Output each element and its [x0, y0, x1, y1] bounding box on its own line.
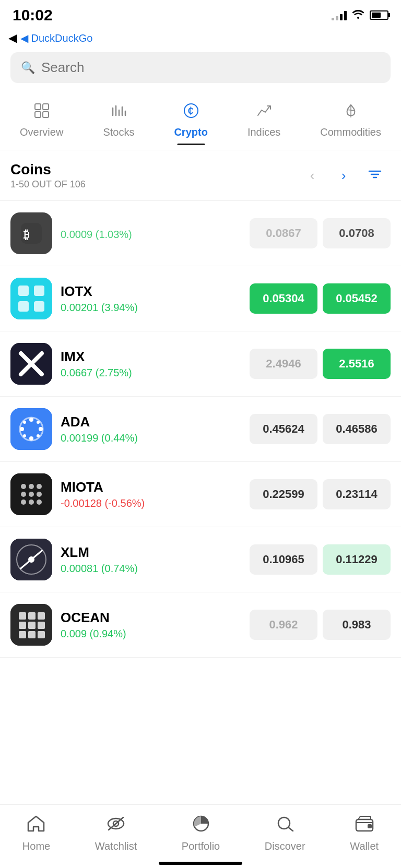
coin-change: 0.0667 (2.75%) — [61, 367, 241, 379]
tab-crypto-label: Crypto — [174, 126, 207, 138]
svg-line-60 — [288, 827, 293, 831]
coin-symbol: MIOTA — [61, 479, 241, 495]
table-row[interactable]: ADA 0.00199 (0.44%) 0.45624 0.46586 — [0, 397, 401, 462]
wifi-icon — [352, 9, 364, 21]
price-boxes: 0.22599 0.23114 — [250, 479, 391, 509]
nav-wallet-label: Wallet — [350, 840, 379, 852]
table-row[interactable]: ₿ 0.0009 (1.03%) 0.0867 0.0708 — [0, 201, 401, 266]
signal-icon — [332, 10, 347, 20]
tab-stocks[interactable]: Stocks — [97, 99, 140, 145]
svg-point-30 — [37, 421, 40, 424]
price-ask: 0.0708 — [323, 218, 391, 248]
coin-list: ₿ 0.0009 (1.03%) 0.0867 0.0708 IOTX 0.00… — [0, 201, 401, 658]
svg-point-28 — [37, 434, 40, 437]
crypto-icon: ₵ — [183, 103, 199, 122]
coin-symbol: IOTX — [61, 283, 241, 300]
battery-icon — [370, 10, 388, 20]
back-button[interactable]: ◀ — [8, 31, 17, 45]
svg-rect-1 — [43, 104, 49, 110]
table-row[interactable]: MIOTA -0.00128 (-0.56%) 0.22599 0.23114 — [0, 462, 401, 527]
price-boxes: 0.0867 0.0708 — [250, 218, 391, 248]
price-bid: 0.962 — [250, 610, 317, 640]
coin-info: OCEAN 0.009 (0.94%) — [61, 610, 241, 640]
bottom-nav: Home Watchlist Portfolio D — [0, 804, 401, 868]
table-row[interactable]: IOTX 0.00201 (3.94%) 0.05304 0.05452 — [0, 266, 401, 331]
coin-logo-imx — [10, 343, 52, 385]
svg-point-39 — [29, 500, 34, 505]
coin-symbol: ADA — [61, 414, 241, 430]
overview-icon — [34, 103, 50, 122]
watchlist-icon — [107, 815, 125, 836]
tab-indices-label: Indices — [247, 126, 280, 138]
home-indicator — [159, 862, 242, 865]
svg-point-40 — [37, 500, 42, 505]
svg-rect-15 — [34, 286, 44, 296]
status-time: 10:02 — [13, 6, 53, 24]
price-ask: 0.46586 — [323, 414, 391, 444]
svg-rect-46 — [19, 612, 26, 620]
tab-stocks-label: Stocks — [103, 126, 134, 138]
coins-subtitle: 1-50 OUT OF 106 — [10, 179, 297, 190]
search-input[interactable] — [41, 60, 380, 76]
price-ask: 0.23114 — [323, 479, 391, 509]
tab-commodities[interactable]: Commodities — [314, 99, 387, 145]
svg-rect-62 — [368, 824, 372, 828]
price-bid: 2.4946 — [250, 349, 317, 379]
nav-watchlist-label: Watchlist — [95, 840, 137, 852]
svg-rect-52 — [19, 631, 26, 638]
table-row[interactable]: XLM 0.00081 (0.74%) 0.10965 0.11229 — [0, 527, 401, 592]
svg-point-36 — [29, 492, 34, 497]
coin-symbol: OCEAN — [61, 610, 241, 626]
nav-portfolio[interactable]: Portfolio — [182, 815, 220, 852]
nav-discover-label: Discover — [265, 840, 305, 852]
coin-info: IMX 0.0667 (2.75%) — [61, 349, 241, 379]
svg-rect-47 — [28, 612, 36, 620]
price-boxes: 0.45624 0.46586 — [250, 414, 391, 444]
search-container: 🔍 — [0, 52, 401, 93]
price-ask: 0.11229 — [323, 544, 391, 575]
price-ask: 2.5516 — [323, 349, 391, 379]
prev-page-button[interactable]: ‹ — [297, 160, 328, 191]
nav-discover[interactable]: Discover — [265, 815, 305, 852]
svg-rect-13 — [10, 278, 52, 319]
category-tabs: Overview Stocks ₵ Crypto — [0, 93, 401, 150]
next-page-button[interactable]: › — [328, 160, 359, 191]
coin-logo-iotx — [10, 278, 52, 319]
price-ask: 0.05452 — [323, 283, 391, 314]
svg-point-23 — [29, 418, 33, 422]
nav-watchlist[interactable]: Watchlist — [95, 815, 137, 852]
price-bid: 0.22599 — [250, 479, 317, 509]
nav-home[interactable]: Home — [22, 815, 50, 852]
table-row[interactable]: OCEAN 0.009 (0.94%) 0.962 0.983 — [0, 592, 401, 658]
search-bar[interactable]: 🔍 — [10, 52, 391, 83]
coin-change: 0.00199 (0.44%) — [61, 432, 241, 444]
svg-rect-51 — [38, 622, 45, 629]
svg-point-38 — [21, 500, 26, 505]
coin-change: -0.00128 (-0.56%) — [61, 497, 241, 509]
svg-rect-48 — [38, 612, 45, 620]
svg-rect-14 — [18, 286, 29, 296]
svg-rect-50 — [28, 622, 36, 629]
portfolio-icon — [192, 815, 210, 836]
svg-rect-54 — [38, 631, 45, 638]
nav-home-label: Home — [22, 840, 50, 852]
price-bid: 0.05304 — [250, 283, 317, 314]
discover-icon — [276, 815, 294, 836]
tab-overview[interactable]: Overview — [14, 99, 69, 145]
nav-wallet[interactable]: Wallet — [350, 815, 379, 852]
filter-button[interactable] — [359, 160, 391, 191]
coin-logo-ada — [10, 408, 52, 450]
nav-back-bar: ◀ ◀ DuckDuckGo — [0, 28, 401, 52]
coins-title: Coins — [10, 161, 297, 178]
coin-change: 0.00081 (0.74%) — [61, 563, 241, 575]
svg-rect-2 — [35, 112, 41, 117]
svg-point-25 — [20, 427, 24, 431]
svg-point-32 — [21, 484, 26, 489]
tab-indices[interactable]: Indices — [241, 99, 287, 145]
svg-rect-49 — [19, 622, 26, 629]
wallet-icon — [355, 815, 374, 836]
table-row[interactable]: IMX 0.0667 (2.75%) 2.4946 2.5516 — [0, 331, 401, 397]
svg-point-27 — [23, 421, 26, 424]
svg-text:₿: ₿ — [23, 228, 29, 241]
tab-crypto[interactable]: ₵ Crypto — [168, 99, 214, 145]
